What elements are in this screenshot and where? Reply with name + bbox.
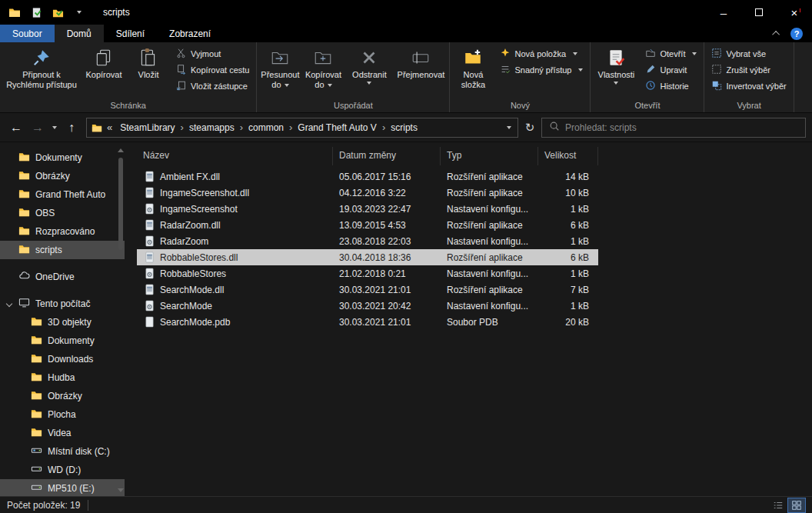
file-row[interactable]: RobbableStores.dll 30.04.2018 18:36 Rozš… <box>137 249 598 265</box>
explorer-app-icon <box>8 5 22 19</box>
group-label-clipboard: Schránka <box>2 100 255 112</box>
file-row[interactable]: SearchMode.dll 30.03.2021 21:01 Rozšířen… <box>137 281 598 298</box>
file-row[interactable]: RadarZoom 23.08.2018 22:03 Nastavení kon… <box>137 233 598 249</box>
address-dropdown-icon[interactable] <box>507 126 511 129</box>
copy-label: Kopírovat <box>85 70 121 79</box>
file-size: 1 kB <box>538 204 598 215</box>
paste-button[interactable]: Vložit <box>126 43 171 97</box>
history-dropdown-button[interactable] <box>49 118 60 138</box>
new-folder-button[interactable]: Nová složka <box>451 43 494 97</box>
sidebar-item[interactable]: MP510 (E:) <box>0 479 125 496</box>
sidebar-item[interactable]: Hudba <box>0 368 125 387</box>
select-all-button[interactable]: Vybrat vše <box>706 45 791 62</box>
delete-button[interactable]: Odstranit <box>344 43 394 97</box>
file-row[interactable]: IngameScreenshot 19.03.2023 22:47 Nastav… <box>137 201 598 217</box>
sidebar-item[interactable]: Grand Theft Auto <box>0 185 125 204</box>
breadcrumb: SteamLibrary › steamapps › common › Gran… <box>115 122 504 133</box>
file-type: Rozšíření aplikace <box>441 188 538 198</box>
history-button[interactable]: Historie <box>640 78 702 94</box>
navigation-pane: Dokumenty Obrázky <box>0 142 125 496</box>
rename-button[interactable]: Přejmenovat <box>394 43 448 97</box>
tab-view[interactable]: Zobrazení <box>157 25 223 42</box>
new-item-label: Nová položka <box>514 49 566 58</box>
copy-button[interactable]: Kopírovat <box>82 43 126 97</box>
ribbon-group-organize: Přesunout do Kopírovat do Odstranit <box>257 42 450 112</box>
back-button[interactable]: ← <box>6 118 26 138</box>
breadcrumb-item[interactable]: Grand Theft Auto V <box>293 122 381 133</box>
sidebar-item[interactable]: Videa <box>0 424 125 442</box>
sidebar-item[interactable]: WD (D:) <box>0 461 125 479</box>
file-row[interactable]: IngameScreenshot.dll 04.12.2016 3:22 Roz… <box>137 185 598 201</box>
file-row[interactable]: RobbableStores 21.02.2018 0:21 Nastavení… <box>137 265 598 281</box>
sidebar-item[interactable]: Obrázky <box>0 387 125 405</box>
refresh-icon[interactable]: ↻ <box>520 118 540 138</box>
sidebar-item[interactable]: Dokumenty <box>0 148 125 167</box>
invert-selection-button[interactable]: Invertovat výběr <box>706 78 791 94</box>
breadcrumb-overflow-icon[interactable]: « <box>104 122 115 133</box>
column-header-date[interactable]: Datum změny <box>333 147 441 165</box>
minimize-button[interactable]: – <box>706 0 741 25</box>
details-view-button[interactable] <box>770 498 787 512</box>
scroll-down-icon[interactable] <box>118 488 124 492</box>
sidebar-scrollbar[interactable] <box>117 146 125 495</box>
breadcrumb-item[interactable]: steamapps <box>185 122 239 133</box>
sidebar-item[interactable]: OneDrive <box>0 268 125 286</box>
help-icon[interactable]: ? <box>790 28 803 40</box>
move-to-button[interactable]: Přesunout do <box>258 43 301 97</box>
scrollbar-thumb[interactable] <box>118 158 123 250</box>
sidebar-item[interactable]: Dokumenty <box>0 331 125 350</box>
sidebar-item[interactable]: Tento počítač <box>0 295 125 313</box>
collapse-ribbon-icon[interactable] <box>772 31 780 38</box>
maximize-button[interactable] <box>741 0 777 25</box>
sidebar-item[interactable]: OBS <box>0 204 125 222</box>
sidebar-item[interactable]: Obrázky <box>0 167 125 185</box>
file-name: Ambient FX.dll <box>160 172 220 182</box>
copy-path-button[interactable]: Kopírovat cestu <box>171 62 255 78</box>
column-header-name[interactable]: Název <box>137 147 333 165</box>
status-bar: Počet položek: 19 <box>0 496 812 513</box>
edit-button[interactable]: Upravit <box>640 62 702 78</box>
thumbnails-view-button[interactable] <box>788 498 805 512</box>
qat-new-folder-button[interactable] <box>51 5 65 19</box>
invert-selection-label: Invertovat výběr <box>726 82 786 91</box>
sidebar-item[interactable]: Downloads <box>0 350 125 368</box>
new-item-button[interactable]: Nová položka <box>494 45 588 62</box>
file-type: Nastavení konfigu... <box>441 204 538 215</box>
expand-chevron-icon[interactable] <box>6 301 12 307</box>
column-header-size[interactable]: Velikost <box>538 147 598 165</box>
paste-shortcut-button[interactable]: Vložit zástupce <box>171 78 255 94</box>
search-box[interactable] <box>541 118 806 138</box>
easy-access-button[interactable]: Snadný přístup <box>494 62 588 78</box>
tab-home[interactable]: Domů <box>55 25 104 42</box>
address-bar[interactable]: « SteamLibrary › steamapps › common › Gr… <box>86 118 518 138</box>
file-row[interactable]: RadarZoom.dll 13.09.2015 4:53 Rozšíření … <box>137 217 598 233</box>
file-date: 23.08.2018 22:03 <box>333 236 441 247</box>
cut-button[interactable]: Vyjmout <box>171 45 255 62</box>
breadcrumb-item[interactable]: scripts <box>386 122 422 133</box>
forward-button[interactable]: → <box>28 118 48 138</box>
properties-button[interactable]: Vlastnosti <box>592 43 640 97</box>
up-button[interactable]: ↑ <box>62 118 82 138</box>
search-input[interactable] <box>565 122 798 133</box>
sidebar-item[interactable]: Rozpracováno <box>0 222 125 241</box>
file-row[interactable]: SearchMode.pdb 30.03.2021 21:01 Soubor P… <box>137 314 598 330</box>
tab-file[interactable]: Soubor <box>0 25 55 42</box>
sidebar-item[interactable]: 3D objekty <box>0 313 125 331</box>
column-header-type[interactable]: Typ <box>441 147 538 165</box>
file-row[interactable]: SearchMode 30.03.2021 20:42 Nastavení ko… <box>137 298 598 314</box>
breadcrumb-item[interactable]: SteamLibrary <box>115 122 179 133</box>
qat-properties-button[interactable] <box>29 5 43 19</box>
copy-to-button[interactable]: Kopírovat do <box>301 43 344 97</box>
sidebar-item[interactable]: Místní disk (C:) <box>0 442 125 461</box>
file-row[interactable]: Ambient FX.dll 05.06.2017 15:16 Rozšířen… <box>137 168 598 185</box>
sidebar-item[interactable]: Plocha <box>0 405 125 424</box>
breadcrumb-item[interactable]: common <box>244 122 288 133</box>
select-none-button[interactable]: Zrušit výběr <box>706 62 791 78</box>
scroll-up-icon[interactable] <box>118 148 124 152</box>
pin-to-quick-access-button[interactable]: Připnout k Rychlému přístupu <box>2 43 82 97</box>
qat-customize-button[interactable] <box>71 5 85 19</box>
close-button[interactable]: × <box>777 0 812 25</box>
tab-share[interactable]: Sdílení <box>104 25 157 42</box>
sidebar-item[interactable]: scripts <box>0 241 125 259</box>
open-button[interactable]: Otevřít <box>640 45 702 62</box>
